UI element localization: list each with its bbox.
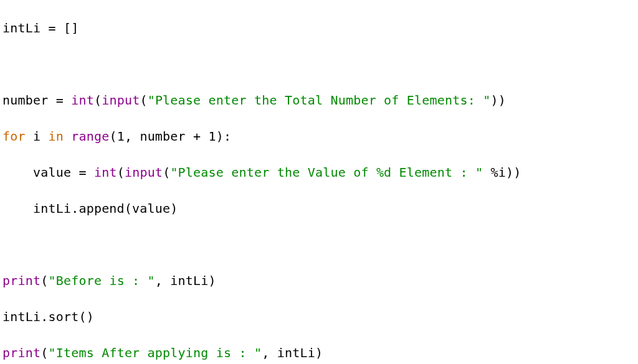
code-line: for i in range(1, number + 1): (2, 128, 636, 146)
code-line (2, 236, 636, 254)
code-line (2, 55, 636, 73)
code-line: intLi.append(value) (2, 200, 636, 218)
code-line: print("Before is : ", intLi) (2, 272, 636, 290)
code-line: print("Items After applying is : ", intL… (2, 344, 636, 362)
code-editor[interactable]: intLi = [] number = int(input("Please en… (0, 0, 638, 364)
code-line: intLi = [] (2, 19, 636, 37)
code-line: value = int(input("Please enter the Valu… (2, 164, 636, 182)
code-line: number = int(input("Please enter the Tot… (2, 91, 636, 110)
code-line: intLi.sort() (2, 308, 636, 326)
